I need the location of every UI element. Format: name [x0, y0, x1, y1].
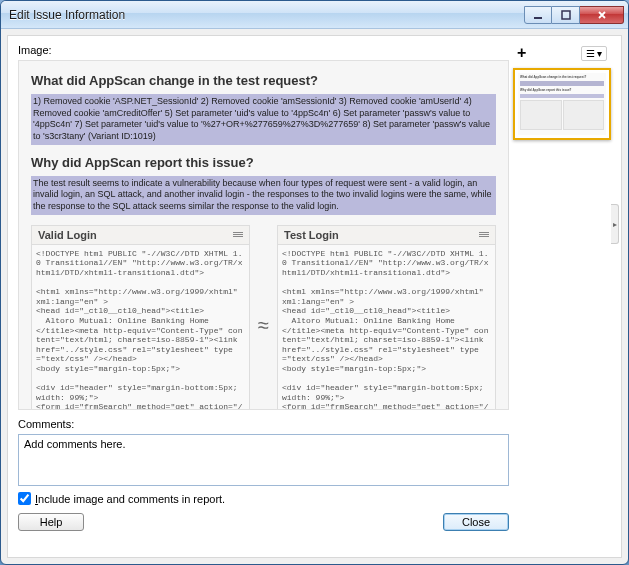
dialog-content: Image: What did AppScan change in the te… — [7, 35, 622, 558]
top-row: Image: What did AppScan change in the te… — [18, 44, 611, 531]
minimize-button[interactable] — [524, 6, 552, 24]
window-title: Edit Issue Information — [9, 8, 524, 22]
menu-icon[interactable] — [233, 232, 243, 237]
thumbnail-toolbar: + ☰ ▾ — [513, 44, 611, 62]
include-checkbox-row: Include image and comments in report. — [18, 492, 509, 505]
comments-section: Comments: — [18, 418, 509, 486]
titlebar: Edit Issue Information — [1, 1, 628, 29]
include-checkbox-label: Include image and comments in report. — [35, 493, 225, 505]
thumbnail-panel: + ☰ ▾ What did AppScan change in the tes… — [513, 44, 611, 531]
close-button[interactable]: Close — [443, 513, 509, 531]
valid-login-header: Valid Login — [32, 226, 249, 245]
maximize-button[interactable] — [552, 6, 580, 24]
approx-icon: ≈ — [256, 314, 271, 337]
image-preview: What did AppScan change in the test requ… — [18, 60, 509, 410]
comments-label: Comments: — [18, 418, 509, 430]
report-question-1: What did AppScan change in the test requ… — [31, 73, 496, 88]
comments-input[interactable] — [18, 434, 509, 486]
report-answer-1: 1) Removed cookie 'ASP.NET_SessionId' 2)… — [31, 94, 496, 145]
test-login-code: <!DOCTYPE html PUBLIC "-//W3C//DTD XHTML… — [278, 245, 495, 410]
window-controls — [524, 6, 624, 24]
include-checkbox[interactable] — [18, 492, 31, 505]
test-login-panel: Test Login <!DOCTYPE html PUBLIC "-//W3C… — [277, 225, 496, 410]
image-section: Image: What did AppScan change in the te… — [18, 44, 509, 531]
list-icon: ☰ — [586, 48, 595, 59]
help-button[interactable]: Help — [18, 513, 84, 531]
valid-login-code: <!DOCTYPE html PUBLIC "-//W3C//DTD XHTML… — [32, 245, 249, 410]
add-image-button[interactable]: + — [517, 44, 526, 62]
image-label: Image: — [18, 44, 509, 56]
valid-login-title: Valid Login — [38, 229, 97, 241]
menu-icon[interactable] — [479, 232, 489, 237]
svg-rect-1 — [562, 11, 570, 19]
svg-rect-0 — [534, 17, 542, 19]
view-mode-button[interactable]: ☰ ▾ — [581, 46, 607, 61]
minimize-icon — [532, 10, 544, 20]
maximize-icon — [560, 10, 572, 20]
chevron-down-icon: ▾ — [597, 48, 602, 59]
report-question-2: Why did AppScan report this issue? — [31, 155, 496, 170]
close-window-button[interactable] — [580, 6, 624, 24]
dialog-window: Edit Issue Information Image: What did A… — [0, 0, 629, 565]
button-row: Help Close — [18, 513, 509, 531]
valid-login-panel: Valid Login <!DOCTYPE html PUBLIC "-//W3… — [31, 225, 250, 410]
test-login-title: Test Login — [284, 229, 339, 241]
close-icon — [596, 10, 608, 20]
test-login-header: Test Login — [278, 226, 495, 245]
report-answer-2: The test result seems to indicate a vuln… — [31, 176, 496, 215]
code-compare: Valid Login <!DOCTYPE html PUBLIC "-//W3… — [31, 225, 496, 410]
thumbnail-selected[interactable]: What did AppScan change in the test requ… — [513, 68, 611, 140]
expand-handle[interactable]: ▸ — [611, 204, 619, 244]
